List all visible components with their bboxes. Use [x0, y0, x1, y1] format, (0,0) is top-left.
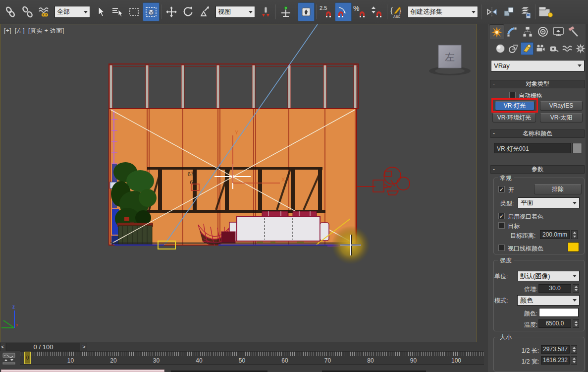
object-color-swatch[interactable] [572, 143, 582, 153]
vr-ambient-light-button[interactable]: VR-环境灯光 [492, 113, 536, 123]
ruler-tick-label: 30 [153, 357, 160, 364]
category-spacewarps-icon[interactable] [561, 42, 574, 55]
svg-text:Y: Y [235, 129, 239, 135]
viewport-left[interactable]: [+] [左] [真实 + 边面] [0, 24, 477, 342]
multiplier-label: 倍增: [519, 285, 537, 294]
select-and-move-icon[interactable] [163, 2, 180, 21]
target-light-helper[interactable] [357, 167, 410, 195]
viewport-shading-label: 启用视口着色 [508, 213, 543, 221]
command-panel-tabs [489, 24, 581, 39]
rectangular-selection-icon[interactable] [126, 2, 143, 21]
temperature-field[interactable]: 6500.0 [538, 319, 571, 328]
light-on-checkbox[interactable]: ✓ [498, 186, 505, 192]
use-pivot-center-icon[interactable] [257, 2, 274, 21]
unit-dropdown[interactable]: 默认(图像) [517, 271, 580, 281]
rollout-object-type[interactable]: - 对象类型 [490, 80, 585, 88]
category-helpers-icon[interactable] [547, 42, 560, 55]
select-by-name-icon[interactable] [109, 2, 126, 21]
target-distance-field[interactable]: 200.0mm [540, 230, 570, 239]
mirror-icon[interactable] [483, 2, 500, 21]
select-and-link-icon[interactable] [2, 2, 19, 21]
tab-hierarchy[interactable] [520, 24, 535, 39]
select-and-scale-icon[interactable] [197, 2, 214, 21]
tab-display[interactable] [550, 24, 566, 39]
chevron-down-icon [578, 64, 582, 67]
multiplier-field[interactable]: 30.0 [538, 284, 571, 293]
category-shapes-icon[interactable] [507, 42, 520, 55]
object-name-field[interactable]: VR-灯光001 [494, 143, 571, 153]
select-object-icon[interactable] [92, 2, 109, 21]
selection-filter-dropdown[interactable]: 全部 [54, 6, 90, 18]
wire-color-label: 视口线框颜色 [508, 245, 543, 253]
frame-counter: 0 / 100 [6, 343, 80, 351]
light-color-swatch[interactable] [539, 308, 579, 317]
renderer-plugin-dropdown[interactable]: VRay [491, 60, 585, 71]
viewcube[interactable]: 左 [429, 45, 471, 75]
named-selection-sets-dropdown[interactable]: 创建选择集 [408, 6, 478, 18]
time-slider[interactable]: 0 [24, 352, 31, 364]
align-icon[interactable] [500, 2, 517, 21]
wire-color-checkbox[interactable] [498, 245, 505, 251]
target-distance-spinner[interactable] [571, 230, 578, 239]
temperature-label: 温度: [519, 321, 537, 329]
maxscript-mini-listener[interactable] [1, 370, 164, 372]
bind-to-spacewarp-icon[interactable] [36, 2, 53, 21]
unlink-selection-icon[interactable] [19, 2, 36, 21]
timeline-ruler[interactable]: 0 102030405060708090100 [20, 351, 484, 365]
target-checkbox[interactable] [498, 222, 505, 229]
spinner-snap-toggle[interactable] [369, 2, 385, 21]
mini-curve-editor-icon[interactable] [2, 352, 17, 367]
tab-motion[interactable] [535, 24, 550, 39]
autogrid-checkbox[interactable] [509, 92, 516, 98]
category-lights-icon[interactable] [521, 42, 534, 55]
light-type-dropdown[interactable]: 平面 [518, 197, 580, 208]
viewport-shading-checkbox[interactable]: ✓ [498, 213, 505, 219]
select-and-rotate-icon[interactable] [180, 2, 197, 21]
tab-create[interactable] [489, 24, 504, 39]
svg-text:X: X [281, 177, 285, 183]
panel-scrollbar[interactable] [586, 24, 588, 372]
keyboard-override-toggle[interactable] [298, 2, 315, 21]
select-and-manipulate-icon[interactable] [277, 2, 294, 21]
unit-label: 单位: [494, 272, 508, 281]
half-length-field[interactable]: 2973.587 [541, 345, 570, 354]
rollout-parameters[interactable]: - 参数 [490, 165, 585, 174]
tab-utilities[interactable] [566, 24, 581, 39]
multiplier-spinner[interactable] [573, 284, 579, 293]
chevron-down-icon [573, 275, 577, 277]
exclude-button[interactable]: 排除 [534, 184, 582, 194]
half-length-spinner[interactable] [571, 345, 577, 354]
category-cameras-icon[interactable] [534, 42, 547, 55]
snap-toggle-icon[interactable]: 2.5 [318, 2, 335, 21]
temperature-spinner[interactable] [573, 319, 579, 328]
ruler-tick-label: 60 [281, 357, 288, 364]
ceiling-frame[interactable] [109, 64, 358, 109]
type-label: 类型: [500, 199, 514, 208]
vr-sun-button[interactable]: VR-太阳 [540, 113, 583, 123]
edit-named-selection-sets-icon[interactable]: {} ABC [389, 2, 406, 21]
vr-light-button[interactable]: VR-灯光 [495, 101, 535, 111]
angle-snap-toggle[interactable] [335, 2, 352, 21]
sofa[interactable] [229, 211, 329, 244]
category-geometry-icon[interactable] [494, 42, 507, 55]
mode-dropdown[interactable]: 颜色 [517, 295, 580, 306]
main-toolbar: 全部 视图 [0, 0, 588, 24]
window-crossing-toggle[interactable] [143, 2, 160, 21]
rollout-name-color[interactable]: - 名称和颜色 [490, 129, 585, 138]
half-width-spinner[interactable] [571, 356, 577, 365]
vray-ies-button[interactable]: VRayIES [540, 101, 583, 111]
chevron-down-icon [472, 11, 476, 13]
wire-color-swatch[interactable] [568, 242, 579, 252]
prev-frame-button[interactable]: < [0, 343, 5, 351]
viewport-scene: 67 67 [0, 24, 477, 342]
target-label: 目标 [508, 222, 520, 231]
reference-coordinate-dropdown[interactable]: 视图 [215, 6, 255, 18]
layer-manager-icon[interactable] [517, 2, 534, 21]
tab-modify[interactable] [504, 24, 520, 39]
ribbon-toggle-icon[interactable] [537, 2, 554, 21]
half-width-field[interactable]: 1616.232 [541, 356, 570, 365]
next-frame-button[interactable]: > [81, 343, 87, 351]
svg-text:67: 67 [190, 179, 196, 186]
group-size: 大小 [493, 337, 585, 372]
percent-snap-toggle[interactable]: % [352, 2, 369, 21]
